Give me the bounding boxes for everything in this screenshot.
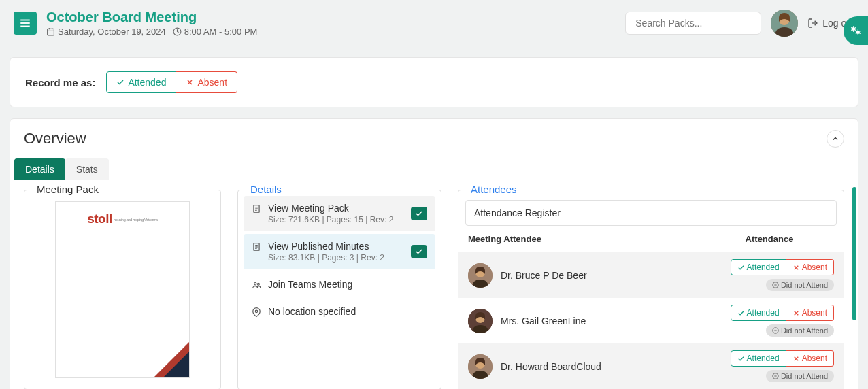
header-title-block: October Board Meeting Saturday, October … <box>46 10 616 37</box>
detail-item[interactable]: View Meeting PackSize: 721.6KB | Pages: … <box>244 196 435 231</box>
attendee-name: Dr. Howard BoardCloud <box>501 361 697 372</box>
attendee-absent-button[interactable]: Absent <box>786 305 834 321</box>
attendee-controls: AttendedAbsentDid not Attend <box>705 350 834 382</box>
detail-body: View Meeting PackSize: 721.6KB | Pages: … <box>268 203 404 224</box>
attendees-list: Dr. Bruce P De BeerAttendedAbsentDid not… <box>458 252 844 389</box>
check-icon <box>415 248 423 256</box>
document-icon <box>252 242 261 252</box>
svg-point-27 <box>254 283 257 286</box>
svg-point-29 <box>255 310 258 313</box>
clock-icon <box>173 27 182 36</box>
absent-button-label: Absent <box>197 77 227 88</box>
detail-item[interactable]: View Published MinutesSize: 83.1KB | Pag… <box>244 234 435 269</box>
attendee-name: Mrs. Gail GreenLine <box>501 316 697 326</box>
tab-stats[interactable]: Stats <box>65 158 109 180</box>
detail-title: Join Teams Meeting <box>268 279 427 290</box>
did-not-attend-pill[interactable]: Did not Attend <box>766 279 834 291</box>
attendee-attended-button[interactable]: Attended <box>731 259 786 275</box>
logout-icon <box>807 18 818 29</box>
x-icon <box>792 264 800 271</box>
check-badge <box>411 207 427 220</box>
pack-logo-tagline: housing and helping Veterans <box>114 218 158 222</box>
people-icon <box>252 280 261 290</box>
meeting-pack-preview[interactable]: stollhousing and helping Veterans <box>55 201 190 378</box>
minus-circle-icon <box>772 327 779 334</box>
pack-logo-text: stoll <box>87 212 112 226</box>
meeting-pack-legend: Meeting Pack <box>33 184 103 195</box>
overview-panels: Meeting Pack stollhousing and helping Ve… <box>10 180 858 389</box>
attendee-button-group: AttendedAbsent <box>731 305 834 321</box>
scrollbar[interactable] <box>852 187 856 389</box>
svg-point-14 <box>856 31 860 34</box>
detail-item[interactable]: No location specified <box>244 299 435 324</box>
details-legend[interactable]: Details <box>246 184 286 195</box>
attendee-absent-button[interactable]: Absent <box>786 259 834 275</box>
x-icon <box>792 309 800 317</box>
check-icon <box>737 355 745 362</box>
detail-title: No location specified <box>268 306 427 317</box>
pack-logo: stollhousing and helping Veterans <box>56 212 189 226</box>
chevron-up-icon <box>831 135 839 143</box>
svg-rect-3 <box>48 29 54 35</box>
location-icon <box>252 307 261 317</box>
minus-circle-icon <box>772 373 779 379</box>
did-not-attend-pill[interactable]: Did not Attend <box>766 324 834 337</box>
attendees-header-name: Meeting Attendee <box>468 234 705 244</box>
detail-title: View Published Minutes <box>268 241 404 252</box>
settings-fab[interactable] <box>844 16 868 45</box>
attendee-name: Dr. Bruce P De Beer <box>501 270 697 281</box>
detail-title: View Meeting Pack <box>268 203 404 214</box>
attendee-avatar <box>468 309 493 333</box>
attendee-absent-button[interactable]: Absent <box>786 350 834 367</box>
app-header: October Board Meeting Saturday, October … <box>0 0 868 46</box>
calendar-icon <box>46 27 55 36</box>
attended-button-label: Attended <box>128 77 166 88</box>
svg-point-13 <box>852 27 855 31</box>
search-input[interactable] <box>635 18 754 29</box>
check-icon <box>737 309 745 317</box>
search-box[interactable] <box>625 12 761 35</box>
attendee-row: Dr. Bruce P De BeerAttendedAbsentDid not… <box>458 252 844 298</box>
meeting-time: 8:00 AM - 5:00 PM <box>184 27 258 37</box>
hamburger-menu-button[interactable] <box>14 12 37 35</box>
minus-circle-icon <box>772 282 779 288</box>
document-icon <box>252 204 261 214</box>
did-not-attend-pill[interactable]: Did not Attend <box>766 370 834 382</box>
gear-icon <box>849 24 863 37</box>
pack-corner-graphic <box>153 341 190 378</box>
tab-details[interactable]: Details <box>14 158 65 180</box>
overview-tabs: Details Stats <box>10 154 858 180</box>
detail-body: No location specified <box>268 306 427 317</box>
scrollbar-thumb[interactable] <box>852 187 856 320</box>
absent-button[interactable]: Absent <box>176 71 237 93</box>
detail-item[interactable]: Join Teams Meeting <box>244 272 435 297</box>
detail-subtitle: Size: 83.1KB | Pages: 3 | Rev: 2 <box>268 253 404 263</box>
attendee-controls: AttendedAbsentDid not Attend <box>705 305 834 337</box>
check-icon <box>737 264 745 271</box>
attended-button[interactable]: Attended <box>106 71 176 93</box>
attendees-table-header: Meeting Attendee Attendance <box>458 226 844 252</box>
attendees-legend[interactable]: Attendees <box>467 184 521 195</box>
collapse-button[interactable] <box>827 130 844 148</box>
record-button-group: Attended Absent <box>106 71 237 93</box>
meeting-date: Saturday, October 19, 2024 <box>58 27 166 37</box>
detail-body: Join Teams Meeting <box>268 279 427 290</box>
user-avatar[interactable] <box>771 10 798 37</box>
attendance-register-button[interactable]: Attendance Register <box>465 200 837 226</box>
record-card: Record me as: Attended Absent <box>10 57 858 107</box>
meeting-meta: Saturday, October 19, 2024 8:00 AM - 5:0… <box>46 27 616 37</box>
record-label: Record me as: <box>25 77 95 88</box>
attendee-attended-button[interactable]: Attended <box>731 350 786 367</box>
attendee-button-group: AttendedAbsent <box>731 259 834 275</box>
details-panel: Details View Meeting PackSize: 721.6KB |… <box>237 190 441 389</box>
check-icon <box>415 209 423 218</box>
overview-card: Overview Details Stats Meeting Pack stol… <box>10 118 858 389</box>
check-icon <box>116 78 124 86</box>
attendee-attended-button[interactable]: Attended <box>731 305 786 321</box>
attendees-header-attendance: Attendance <box>705 234 834 244</box>
attendee-controls: AttendedAbsentDid not Attend <box>705 259 834 291</box>
x-icon <box>792 355 800 362</box>
check-badge <box>411 245 427 258</box>
meeting-title: October Board Meeting <box>46 10 616 25</box>
attendee-avatar <box>468 354 493 379</box>
